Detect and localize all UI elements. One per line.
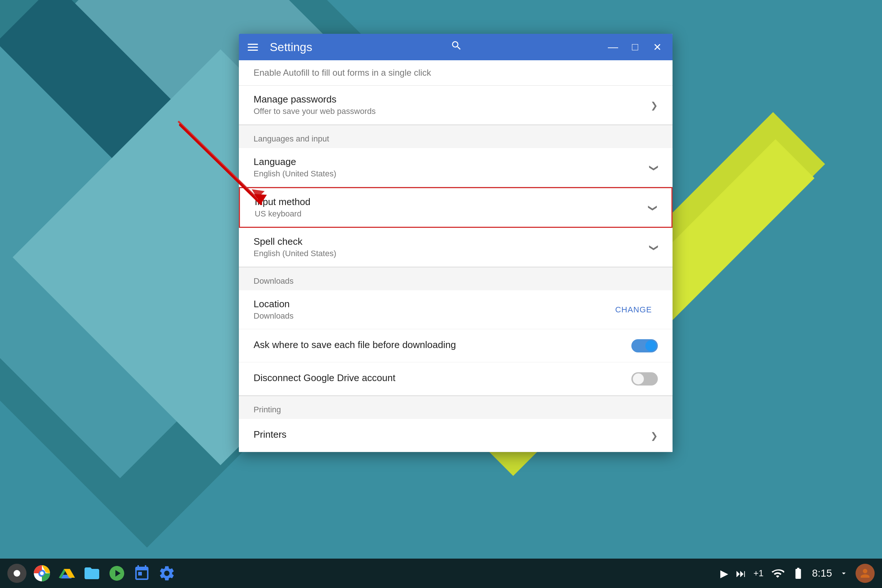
plus-one-badge: +1	[753, 568, 763, 579]
autofill-hint: Enable Autofill to fill out forms in a s…	[239, 60, 672, 86]
language-title: Language	[254, 156, 645, 168]
settings-content: Enable Autofill to fill out forms in a s…	[239, 60, 672, 452]
disconnect-drive-content: Disconnect Google Drive account	[254, 372, 626, 385]
language-content: Language English (United States)	[254, 156, 645, 178]
disconnect-drive-row[interactable]: Disconnect Google Drive account	[239, 362, 672, 395]
manage-passwords-title: Manage passwords	[254, 94, 645, 105]
user-avatar[interactable]	[855, 564, 874, 583]
spell-check-title: Spell check	[254, 236, 645, 248]
settings-app-icon[interactable]	[157, 564, 176, 583]
spell-check-row[interactable]: Spell check English (United States)	[239, 228, 672, 267]
disconnect-drive-toggle-thumb	[633, 374, 644, 384]
ask-where-content: Ask where to save each file before downl…	[254, 339, 626, 352]
location-title: Location	[254, 298, 609, 310]
disconnect-drive-toggle-container	[632, 372, 658, 386]
battery-icon	[792, 567, 805, 580]
taskbar: ▶ ⏭ +1 8:15	[0, 559, 882, 588]
chrome-icon[interactable]	[32, 564, 51, 583]
input-method-chevron	[650, 202, 657, 213]
hangouts-icon[interactable]	[107, 564, 126, 583]
wifi-icon	[771, 567, 784, 580]
input-method-subtitle: US keyboard	[255, 209, 644, 219]
record-button[interactable]	[8, 564, 27, 583]
window-controls: — □ ✕	[606, 40, 664, 54]
play-icon[interactable]: ▶	[720, 567, 728, 579]
files-icon[interactable]	[82, 564, 101, 583]
taskbar-time: 8:15	[812, 567, 832, 579]
desktop: Settings — □ ✕ Enable Autofill to fill o…	[0, 0, 882, 588]
language-subtitle: English (United States)	[254, 169, 645, 178]
input-method-title: Input method	[255, 196, 644, 208]
ask-where-title: Ask where to save each file before downl…	[254, 339, 626, 351]
language-row[interactable]: Language English (United States)	[239, 148, 672, 187]
downloads-header: Downloads	[239, 267, 672, 290]
search-icon[interactable]	[450, 40, 462, 54]
maximize-button[interactable]: □	[628, 40, 642, 54]
google-drive-icon[interactable]	[57, 564, 76, 583]
taskbar-left	[8, 564, 176, 583]
manage-passwords-row[interactable]: Manage passwords Offer to save your web …	[239, 86, 672, 124]
printers-content: Printers	[254, 429, 645, 442]
next-icon[interactable]: ⏭	[736, 567, 746, 579]
minimize-button[interactable]: —	[606, 40, 620, 54]
ask-where-toggle-thumb	[645, 340, 656, 351]
close-button[interactable]: ✕	[651, 40, 664, 54]
printers-arrow	[651, 430, 658, 441]
taskbar-right: ▶ ⏭ +1 8:15	[720, 564, 874, 583]
spell-check-content: Spell check English (United States)	[254, 236, 645, 258]
ask-where-toggle-container	[632, 339, 658, 352]
svg-point-4	[14, 570, 20, 577]
spell-check-subtitle: English (United States)	[254, 249, 645, 258]
input-method-row[interactable]: Input method US keyboard	[240, 188, 671, 227]
printing-header: Printing	[239, 396, 672, 419]
window-title: Settings	[270, 40, 312, 54]
location-subtitle: Downloads	[254, 311, 609, 321]
printers-row[interactable]: Printers	[239, 419, 672, 452]
disconnect-drive-title: Disconnect Google Drive account	[254, 372, 626, 384]
printers-title: Printers	[254, 429, 645, 440]
down-arrow-icon	[839, 569, 848, 578]
input-method-content: Input method US keyboard	[255, 196, 644, 219]
location-content: Location Downloads	[254, 298, 609, 321]
ask-where-row[interactable]: Ask where to save each file before downl…	[239, 329, 672, 362]
settings-window: Settings — □ ✕ Enable Autofill to fill o…	[239, 34, 672, 452]
manage-passwords-content: Manage passwords Offer to save your web …	[254, 94, 645, 116]
language-chevron	[651, 162, 658, 174]
manage-passwords-subtitle: Offer to save your web passwords	[254, 106, 645, 116]
spell-check-chevron	[651, 242, 658, 253]
input-method-highlight: Input method US keyboard	[239, 187, 672, 228]
change-location-button[interactable]: CHANGE	[609, 302, 658, 318]
hamburger-menu-button[interactable]	[248, 44, 258, 51]
svg-point-8	[40, 572, 44, 575]
disconnect-drive-toggle[interactable]	[632, 372, 658, 386]
manage-passwords-arrow	[651, 99, 658, 111]
location-row: Location Downloads CHANGE	[239, 290, 672, 329]
languages-input-header: Languages and input	[239, 125, 672, 148]
window-titlebar: Settings — □ ✕	[239, 34, 672, 60]
ask-where-toggle[interactable]	[632, 339, 658, 352]
calendar-icon[interactable]	[132, 564, 152, 583]
